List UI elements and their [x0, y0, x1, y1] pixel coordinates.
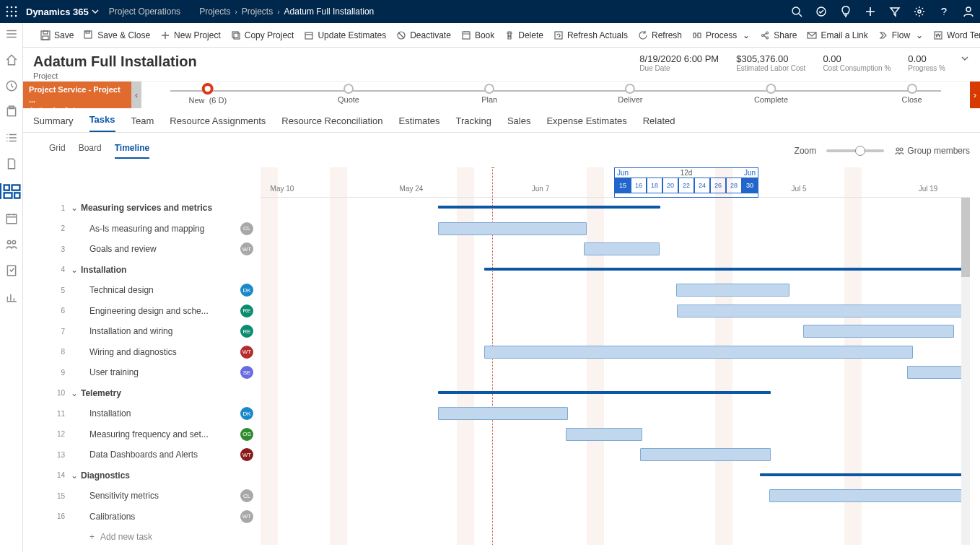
svg-point-1: [11, 6, 13, 9]
lightbulb-icon[interactable]: [840, 6, 852, 17]
search-icon[interactable]: [791, 6, 802, 17]
suite-header: Dynamics 365 Project Operations Projects…: [0, 0, 980, 23]
svg-point-8: [15, 15, 17, 17]
svg-point-10: [817, 7, 826, 16]
svg-point-11: [918, 10, 921, 13]
svg-point-0: [6, 6, 9, 9]
gear-icon[interactable]: [914, 6, 925, 17]
svg-point-6: [6, 15, 9, 17]
person-icon[interactable]: [963, 6, 974, 17]
app-launcher-icon[interactable]: [6, 6, 17, 17]
chevron-right-icon: ›: [277, 8, 279, 16]
suite-name[interactable]: Dynamics 365: [26, 6, 89, 17]
plus-icon[interactable]: [865, 6, 876, 17]
svg-point-5: [15, 11, 17, 13]
svg-point-3: [6, 11, 9, 13]
svg-point-2: [15, 6, 17, 9]
help-icon[interactable]: [938, 6, 950, 17]
task-icon[interactable]: [815, 6, 827, 17]
filter-icon[interactable]: [889, 6, 901, 17]
svg-point-9: [792, 7, 800, 14]
breadcrumb-0[interactable]: Projects: [199, 6, 230, 17]
breadcrumb-2: Adatum Full Installation: [284, 6, 375, 17]
svg-point-7: [11, 15, 13, 17]
svg-point-12: [966, 7, 971, 12]
chevron-right-icon: ›: [235, 8, 237, 16]
workload-name[interactable]: Project Operations: [109, 6, 180, 17]
chevron-down-icon[interactable]: [92, 8, 99, 15]
breadcrumb-1[interactable]: Projects: [242, 6, 273, 17]
svg-point-4: [11, 11, 13, 13]
